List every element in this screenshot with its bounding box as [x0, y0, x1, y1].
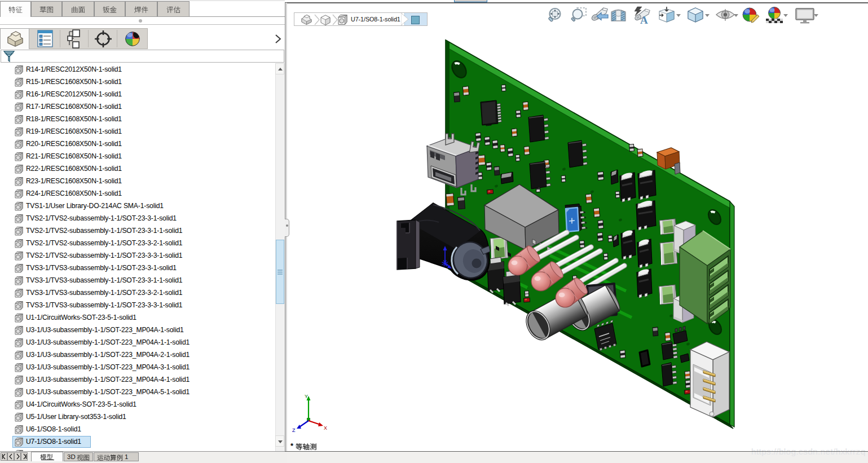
svg-text:Y: Y — [305, 394, 308, 399]
svg-text:Z: Z — [292, 427, 296, 433]
svg-text:X: X — [324, 425, 327, 431]
